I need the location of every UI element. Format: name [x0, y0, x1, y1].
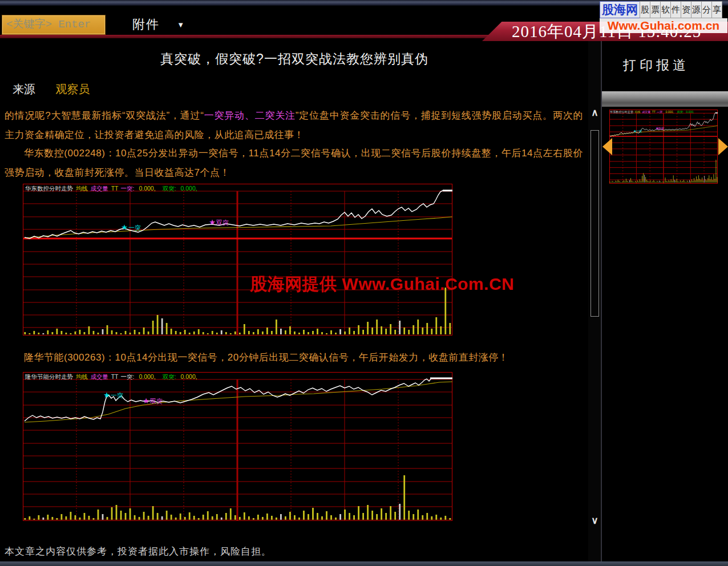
- svg-text:隆华节能分时走势: 隆华节能分时走势: [25, 373, 73, 380]
- svg-text:双突:: 双突:: [163, 373, 176, 380]
- source-value: 观察员: [56, 83, 90, 95]
- chart-huadong-cnc-intraday: 华东数控分时走势均线成交量TT一突:0.000,双突:0.000,★一突★双突: [23, 184, 452, 335]
- watermark-tagline-char: 资: [681, 1, 691, 18]
- chevron-down-icon: ▼: [177, 21, 185, 29]
- article-paragraph-1: 的情况呢?大智慧最新指标“双突战法”，通过“一突异动、二突关注”定位盘中资金突击…: [5, 106, 583, 145]
- site-watermark-row: 股海网 股票软件资源分享: [600, 1, 727, 18]
- scrollbar-thumb[interactable]: [591, 130, 599, 317]
- print-report-button[interactable]: 打印报道: [623, 56, 689, 74]
- prev-page-arrow-button[interactable]: [602, 138, 612, 155]
- bottom-status-bar: [0, 561, 728, 566]
- svg-text:0.000,: 0.000,: [180, 185, 197, 192]
- watermark-tagline: 股票软件资源分享: [640, 1, 727, 18]
- site-watermark-name: 股海网: [600, 1, 640, 18]
- svg-text:双突:: 双突:: [163, 185, 176, 192]
- article-thumbnail[interactable]: 华东数控分时走势均线成交量TT一突:0.000,双突:0.000,★一突★双突: [609, 110, 718, 184]
- svg-text:华东数控分时走势: 华东数控分时走势: [610, 110, 633, 114]
- keyword-search-input[interactable]: <关键字> Enter: [2, 15, 106, 35]
- svg-text:一突: 一突: [111, 392, 123, 399]
- svg-text:★: ★: [103, 391, 110, 399]
- chevron-up-icon: ∧: [591, 107, 598, 118]
- svg-text:成交量: 成交量: [642, 110, 650, 114]
- svg-text:0.000,: 0.000,: [139, 185, 155, 192]
- source-label: 来源: [13, 83, 35, 95]
- svg-text:TT: TT: [111, 373, 119, 380]
- svg-text:双突:: 双突:: [677, 110, 684, 114]
- svg-text:均线: 均线: [634, 110, 640, 114]
- watermark-tagline-char: 件: [670, 1, 681, 18]
- svg-text:均线: 均线: [76, 185, 88, 192]
- center-watermark: 股海网提供 Www.Guhai.Com.CN: [250, 273, 490, 296]
- svg-text:成交量: 成交量: [90, 185, 108, 192]
- next-page-arrow-button[interactable]: [718, 138, 728, 155]
- attachment-menu[interactable]: 附件 ▼: [132, 16, 185, 33]
- watermark-tagline-char: 软: [660, 1, 671, 18]
- svg-text:0.000,: 0.000,: [686, 110, 694, 114]
- svg-text:双突: 双突: [149, 398, 163, 405]
- attachment-label: 附件: [132, 17, 160, 31]
- svg-text:一突:: 一突:: [121, 373, 135, 380]
- svg-text:成交量: 成交量: [90, 373, 108, 380]
- svg-text:★: ★: [143, 397, 149, 405]
- svg-text:0.000,: 0.000,: [139, 373, 155, 380]
- svg-text:一突:: 一突:: [657, 110, 664, 114]
- svg-text:一突:: 一突:: [121, 185, 135, 192]
- page-title: 真突破，假突破?一招双突战法教您辨别真伪: [0, 50, 589, 68]
- chart-longhua-energy-intraday: 隆华节能分时走势均线成交量TT一突:0.000,双突:0.000,★一突★双突: [23, 372, 452, 521]
- svg-text:均线: 均线: [76, 373, 88, 380]
- svg-text:0.000,: 0.000,: [180, 373, 197, 380]
- scroll-down-button[interactable]: ∨: [588, 517, 601, 525]
- article-paragraph-3: 隆华节能(300263)：10点14分出现一突信号，20分钟后出现二突确认信号，…: [5, 348, 583, 367]
- svg-text:★: ★: [209, 218, 216, 227]
- site-watermark: 股海网 股票软件资源分享 Www.Guhai.com.cn: [600, 1, 727, 33]
- panel-divider: [601, 38, 602, 561]
- svg-text:双突: 双突: [658, 127, 665, 130]
- watermark-tagline-char: 票: [650, 1, 661, 18]
- svg-text:TT: TT: [111, 185, 119, 192]
- svg-text:一突: 一突: [636, 130, 642, 133]
- watermark-tagline-char: 源: [691, 1, 702, 18]
- svg-text:一突: 一突: [128, 224, 141, 231]
- watermark-tagline-char: 享: [711, 1, 722, 18]
- para1-text-pre: 的情况呢?大智慧最新指标“双突战法”，通过“: [5, 110, 204, 121]
- watermark-tagline-char: 股: [640, 1, 650, 18]
- svg-text:TT: TT: [652, 110, 656, 114]
- article-paragraph-2: 华东数控(002248)：10点25分发出异动一突信号，11点14分二突信号确认…: [5, 144, 583, 183]
- para1-highlight: 一突异动、二突关注: [204, 110, 295, 121]
- watermark-tagline-char: 分: [701, 1, 712, 18]
- svg-text:双突: 双突: [216, 219, 229, 226]
- svg-text:★: ★: [121, 223, 128, 232]
- svg-text:华东数控分时走势: 华东数控分时走势: [25, 185, 73, 192]
- scroll-up-button[interactable]: ∧: [588, 109, 601, 117]
- chevron-down-icon: ∨: [591, 515, 598, 526]
- svg-text:0.000,: 0.000,: [665, 110, 673, 114]
- site-watermark-url: Www.Guhai.com.cn: [600, 18, 727, 33]
- byline: 来源 观察员: [13, 82, 90, 97]
- panel-separator-bar: [602, 91, 728, 107]
- disclaimer-text: 本文章之内容仅供参考，投资者据此入市操作，风险自担。: [5, 545, 272, 558]
